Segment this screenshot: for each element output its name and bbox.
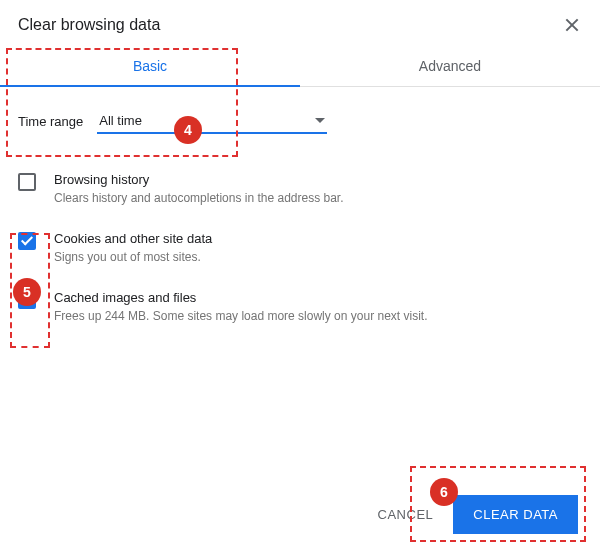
dialog-header: Clear browsing data <box>0 4 600 44</box>
clear-browsing-data-dialog: Clear browsing data Basic Advanced Time … <box>0 0 600 554</box>
time-range-select[interactable]: All time <box>97 109 327 134</box>
options-list: Browsing history Clears history and auto… <box>18 164 582 341</box>
tab-advanced[interactable]: Advanced <box>300 44 600 86</box>
clear-data-button[interactable]: CLEAR DATA <box>453 495 578 534</box>
time-range-label: Time range <box>18 114 83 129</box>
option-title: Browsing history <box>54 172 344 187</box>
option-desc: Signs you out of most sites. <box>54 250 212 264</box>
time-range-value: All time <box>99 113 142 128</box>
checkbox-cookies[interactable] <box>18 232 36 250</box>
tab-basic[interactable]: Basic <box>0 44 300 86</box>
time-range-row: Time range All time <box>18 103 582 146</box>
checkbox-browsing-history[interactable] <box>18 173 36 191</box>
checkbox-cached[interactable] <box>18 291 36 309</box>
dialog-body: Time range All time Browsing history Cle… <box>0 87 600 341</box>
tab-bar: Basic Advanced <box>0 44 600 87</box>
option-desc: Clears history and autocompletions in th… <box>54 191 344 205</box>
option-cookies: Cookies and other site data Signs you ou… <box>18 223 582 282</box>
close-icon[interactable] <box>564 17 580 33</box>
dialog-actions: CANCEL CLEAR DATA <box>372 495 578 534</box>
option-desc: Frees up 244 MB. Some sites may load mor… <box>54 309 427 323</box>
dialog-title: Clear browsing data <box>18 16 160 34</box>
cancel-button[interactable]: CANCEL <box>372 497 440 532</box>
option-title: Cached images and files <box>54 290 427 305</box>
option-cached: Cached images and files Frees up 244 MB.… <box>18 282 582 341</box>
option-browsing-history: Browsing history Clears history and auto… <box>18 164 582 223</box>
chevron-down-icon <box>315 118 325 123</box>
option-title: Cookies and other site data <box>54 231 212 246</box>
